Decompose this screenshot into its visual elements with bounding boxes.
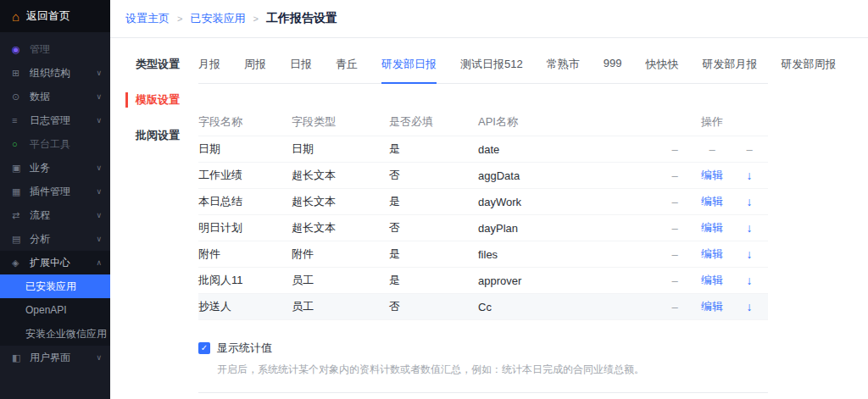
api-name-cell: dayPlan bbox=[478, 222, 656, 235]
field-name-cell: 日期 bbox=[198, 141, 292, 157]
edit-button[interactable]: 编辑 bbox=[701, 273, 723, 288]
required-cell: 是 bbox=[389, 247, 478, 262]
tab-研发部月报[interactable]: 研发部月报 bbox=[702, 57, 757, 83]
tab-研发部日报[interactable]: 研发部日报 bbox=[381, 57, 437, 83]
tab-常熟市[interactable]: 常熟市 bbox=[547, 57, 580, 83]
down-arrow-button[interactable]: ↓ bbox=[747, 169, 753, 182]
edit-button[interactable]: 编辑 bbox=[701, 299, 723, 314]
chart-icon: ▤ bbox=[12, 234, 25, 245]
api-name-cell: date bbox=[478, 143, 656, 156]
breadcrumb-link-settings-home[interactable]: 设置主页 bbox=[125, 11, 170, 26]
report-type-tabs: 月报周报日报青丘研发部日报测试日报512常熟市999快快快研发部月报研发部周报 bbox=[198, 57, 768, 84]
main-panel: 设置主页 > 已安装应用 > 工作报告设置 类型设置模版设置批阅设置 月报周报日… bbox=[110, 0, 868, 399]
table-row: 批阅人11员工是approver–编辑↓ bbox=[198, 268, 768, 294]
chevron-down-icon: ∨ bbox=[96, 353, 102, 362]
sidebar-item[interactable]: ◈扩展中心∧ bbox=[0, 251, 110, 274]
tab-周报[interactable]: 周报 bbox=[244, 57, 266, 83]
sidebar-item[interactable]: ▦插件管理∨ bbox=[0, 180, 110, 203]
breadcrumb-link-installed-apps[interactable]: 已安装应用 bbox=[190, 11, 245, 26]
empty-action: – bbox=[671, 196, 677, 208]
plugin-icon: ▦ bbox=[12, 186, 25, 197]
tab-999[interactable]: 999 bbox=[604, 57, 622, 83]
sidebar-item-label: 日志管理 bbox=[30, 114, 70, 128]
tab-快快快[interactable]: 快快快 bbox=[645, 57, 678, 83]
down-arrow-button[interactable]: ↓ bbox=[747, 195, 753, 208]
chevron-down-icon: ∨ bbox=[96, 116, 102, 125]
tab-研发部周报[interactable]: 研发部周报 bbox=[781, 57, 836, 83]
chevron-down-icon: ∨ bbox=[96, 211, 102, 219]
field-name-cell: 批阅人11 bbox=[198, 273, 292, 288]
template-settings-panel: 月报周报日报青丘研发部日报测试日报512常熟市999快快快研发部月报研发部周报 … bbox=[198, 57, 768, 399]
sidebar-item-label: OpenAPI bbox=[25, 304, 67, 316]
settings-nav-item[interactable]: 批阅设置 bbox=[125, 128, 198, 143]
sidebar-item[interactable]: ◧用户界面∨ bbox=[0, 346, 110, 369]
edit-button[interactable]: 编辑 bbox=[701, 220, 723, 236]
field-type-cell: 附件 bbox=[292, 247, 389, 262]
table-row: 本日总结超长文本是dayWork–编辑↓ bbox=[198, 189, 768, 215]
target-icon: ◉ bbox=[12, 44, 25, 55]
row-actions: –编辑↓ bbox=[656, 299, 768, 314]
sidebar-item-label: 安装企业微信应用 bbox=[25, 327, 107, 341]
sidebar: ⌂ 返回首页 ◉管理⊞组织结构∨⊙数据∨≡日志管理∨○平台工具▣业务∨▦插件管理… bbox=[0, 0, 110, 399]
settings-section-nav: 类型设置模版设置批阅设置 bbox=[110, 57, 198, 399]
down-arrow-button[interactable]: ↓ bbox=[747, 300, 753, 313]
chevron-down-icon: ∨ bbox=[96, 163, 102, 172]
edit-button[interactable]: 编辑 bbox=[701, 194, 723, 209]
sidebar-subitem[interactable]: 已安装应用 bbox=[0, 274, 110, 298]
field-type-cell: 日期 bbox=[292, 141, 389, 157]
sidebar-item-label: 组织结构 bbox=[30, 66, 70, 80]
show-stats-description: 开启后，系统统计某个对象内的资料计数或者数值汇总，例如：统计本日完成的合同业绩总… bbox=[217, 363, 768, 377]
field-name-cell: 工作业绩 bbox=[198, 168, 292, 183]
settings-nav-item[interactable]: 类型设置 bbox=[125, 57, 198, 72]
edit-button[interactable]: 编辑 bbox=[701, 247, 723, 262]
sidebar-item-label: 已安装应用 bbox=[25, 280, 76, 294]
sidebar-subitem[interactable]: OpenAPI bbox=[0, 298, 110, 322]
sidebar-item[interactable]: ▣业务∨ bbox=[0, 156, 110, 180]
field-type-cell: 员工 bbox=[292, 299, 389, 314]
sidebar-subitem[interactable]: 安装企业微信应用 bbox=[0, 322, 110, 346]
api-name-cell: aggData bbox=[478, 169, 656, 182]
tab-日报[interactable]: 日报 bbox=[290, 57, 312, 83]
back-to-home-button[interactable]: ⌂ 返回首页 bbox=[0, 0, 110, 32]
settings-nav-item[interactable]: 模版设置 bbox=[125, 92, 198, 108]
home-icon: ⌂ bbox=[12, 10, 19, 23]
down-arrow-button[interactable]: ↓ bbox=[747, 274, 753, 287]
sidebar-item-label: 扩展中心 bbox=[30, 256, 70, 270]
down-arrow-button[interactable]: ↓ bbox=[747, 221, 753, 235]
tab-青丘[interactable]: 青丘 bbox=[336, 57, 358, 83]
sidebar-item[interactable]: ⊙数据∨ bbox=[0, 85, 110, 108]
sidebar-item[interactable]: ⊞组织结构∨ bbox=[0, 61, 110, 85]
chevron-down-icon: ∨ bbox=[96, 187, 102, 196]
sidebar-item[interactable]: ≡日志管理∨ bbox=[0, 108, 110, 132]
list-icon: ≡ bbox=[12, 115, 25, 125]
empty-action: – bbox=[671, 248, 677, 261]
back-to-home-label: 返回首页 bbox=[26, 8, 70, 24]
field-type-cell: 超长文本 bbox=[292, 220, 389, 236]
sidebar-item[interactable]: ⇄流程∨ bbox=[0, 203, 110, 227]
api-name-cell: dayWork bbox=[478, 196, 656, 208]
chevron-down-icon: ∨ bbox=[96, 69, 102, 77]
field-name-cell: 附件 bbox=[198, 247, 292, 262]
sidebar-item[interactable]: ▤分析∨ bbox=[0, 227, 110, 251]
stats-section: ✓ 显示统计值 开启后，系统统计某个对象内的资料计数或者数值汇总，例如：统计本日… bbox=[198, 341, 768, 377]
required-cell: 否 bbox=[389, 299, 478, 314]
sidebar-item-label: 用户界面 bbox=[30, 351, 70, 365]
empty-action: – bbox=[671, 169, 677, 182]
sidebar-item[interactable]: ○平台工具 bbox=[0, 132, 110, 156]
api-name-cell: approver bbox=[478, 274, 656, 287]
row-actions: –编辑↓ bbox=[656, 194, 768, 209]
chevron-down-icon: ∨ bbox=[96, 92, 102, 101]
required-cell: 是 bbox=[389, 141, 478, 157]
sidebar-item[interactable]: ◉管理 bbox=[0, 37, 110, 61]
table-row: 附件附件是files–编辑↓ bbox=[198, 241, 768, 268]
flow-icon: ⇄ bbox=[12, 210, 25, 221]
tab-测试日报512[interactable]: 测试日报512 bbox=[460, 57, 523, 83]
required-cell: 是 bbox=[389, 194, 478, 209]
down-arrow-button[interactable]: ↓ bbox=[747, 247, 753, 261]
required-cell: 否 bbox=[389, 168, 478, 183]
edit-button[interactable]: 编辑 bbox=[701, 168, 723, 183]
tab-月报[interactable]: 月报 bbox=[198, 57, 220, 83]
empty-action: – bbox=[671, 274, 677, 287]
sidebar-item-label: 平台工具 bbox=[30, 137, 70, 152]
show-stats-checkbox[interactable]: ✓ bbox=[198, 342, 210, 354]
